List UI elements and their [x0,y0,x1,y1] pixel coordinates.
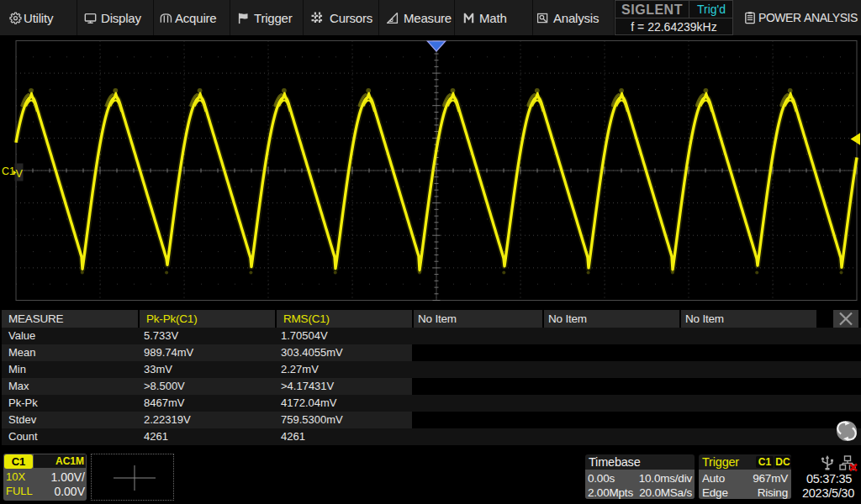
svg-text:V: V [16,168,24,180]
svg-text:C1: C1 [2,165,15,177]
